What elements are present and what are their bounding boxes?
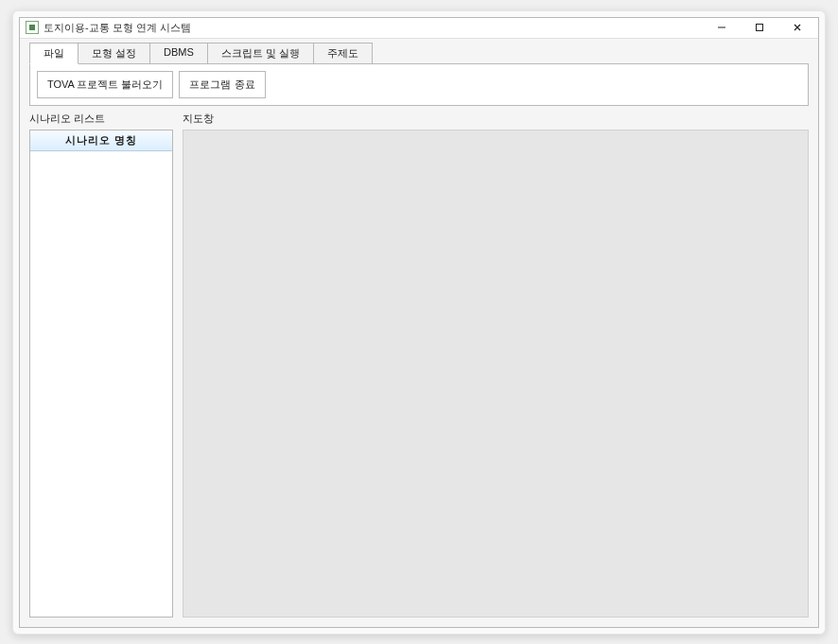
svg-rect-1 xyxy=(757,25,763,31)
scenario-list-label: 시나리오 리스트 xyxy=(29,112,173,126)
tab-model-settings[interactable]: 모형 설정 xyxy=(78,43,150,63)
application-window: 토지이용-교통 모형 연계 시스템 파일 모형 설정 DBMS 스크립트 및 실… xyxy=(19,17,819,628)
scenario-sidebar: 시나리오 리스트 시나리오 명칭 xyxy=(29,112,173,618)
app-icon xyxy=(26,21,39,34)
svg-line-2 xyxy=(794,25,800,30)
tab-strip: 파일 모형 설정 DBMS 스크립트 및 실행 주제도 xyxy=(29,43,809,63)
tab-file[interactable]: 파일 xyxy=(29,43,79,64)
map-area: 지도창 xyxy=(183,112,809,618)
minimize-button[interactable] xyxy=(703,18,741,38)
client-area: 파일 모형 설정 DBMS 스크립트 및 실행 주제도 TOVA 프로젝트 불러… xyxy=(20,39,818,627)
titlebar: 토지이용-교통 모형 연계 시스템 xyxy=(20,18,818,39)
toolbar-panel: TOVA 프로젝트 불러오기 프로그램 종료 xyxy=(29,63,809,106)
maximize-button[interactable] xyxy=(741,18,778,38)
map-label: 지도창 xyxy=(183,112,809,126)
svg-line-3 xyxy=(794,25,800,30)
tab-script-run[interactable]: 스크립트 및 실행 xyxy=(207,43,314,63)
scenario-list-body[interactable] xyxy=(30,151,172,617)
close-button[interactable] xyxy=(778,18,816,38)
window-buttons xyxy=(703,18,816,38)
scenario-list[interactable]: 시나리오 명칭 xyxy=(29,130,173,618)
tab-dbms[interactable]: DBMS xyxy=(149,43,208,63)
tab-theme-map[interactable]: 주제도 xyxy=(313,43,373,63)
map-canvas[interactable] xyxy=(183,130,809,618)
exit-program-button[interactable]: 프로그램 종료 xyxy=(179,71,265,98)
window-title: 토지이용-교통 모형 연계 시스템 xyxy=(44,21,703,35)
body-row: 시나리오 리스트 시나리오 명칭 지도창 xyxy=(29,112,809,618)
load-project-button[interactable]: TOVA 프로젝트 불러오기 xyxy=(37,71,173,98)
scenario-column-header[interactable]: 시나리오 명칭 xyxy=(30,131,172,151)
